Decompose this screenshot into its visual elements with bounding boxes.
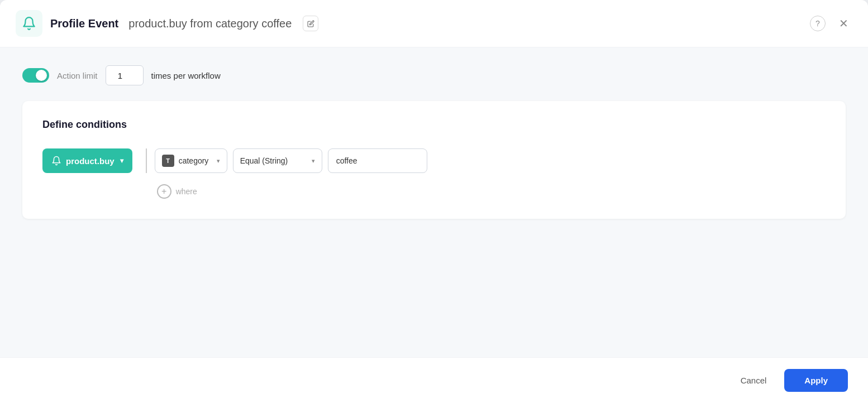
modal-header: Profile Event product.buy from category … — [0, 0, 868, 47]
product-btn-icon — [51, 156, 61, 166]
value-input[interactable] — [328, 148, 427, 173]
condition-fields: T category ▾ Equal (String) ▾ — [155, 148, 427, 173]
close-button[interactable]: ✕ — [834, 15, 852, 32]
header-actions: ? ✕ — [810, 15, 852, 32]
product-btn-arrow: ▾ — [120, 157, 123, 165]
header-icon-wrap — [16, 10, 42, 37]
times-per-workflow-label: times per workflow — [151, 71, 221, 80]
conditions-card: Define conditions product.buy ▾ — [22, 101, 846, 219]
operator-chevron: ▾ — [312, 157, 315, 165]
modal-body: Action limit times per workflow Define c… — [0, 47, 868, 357]
type-icon: T — [162, 155, 174, 167]
tree-connector — [138, 148, 155, 199]
category-label: category — [179, 156, 209, 165]
action-limit-input[interactable] — [106, 65, 144, 85]
toggle-knob — [36, 70, 47, 81]
product-event-button[interactable]: product.buy ▾ — [42, 148, 132, 173]
edit-title-button[interactable] — [303, 16, 318, 31]
action-limit-row: Action limit times per workflow — [22, 65, 846, 85]
category-chevron: ▾ — [217, 157, 220, 165]
help-icon: ? — [815, 19, 820, 28]
conditions-right: T category ▾ Equal (String) ▾ — [155, 148, 427, 199]
modal-container: Profile Event product.buy from category … — [0, 0, 868, 403]
cancel-button[interactable]: Cancel — [731, 370, 777, 391]
operator-label: Equal (String) — [240, 156, 288, 165]
add-where-button[interactable]: + — [157, 184, 171, 199]
operator-dropdown[interactable]: Equal (String) ▾ — [233, 148, 322, 173]
apply-button[interactable]: Apply — [784, 369, 848, 392]
where-label: where — [176, 187, 197, 196]
category-dropdown[interactable]: T category ▾ — [155, 148, 227, 173]
close-icon: ✕ — [839, 17, 848, 30]
conditions-title: Define conditions — [42, 119, 826, 131]
where-row: + where — [157, 184, 427, 199]
condition-row: product.buy ▾ — [42, 148, 826, 199]
modal-title: Profile Event — [50, 17, 118, 30]
modal-subtitle: product.buy from category coffee — [128, 17, 292, 30]
product-btn-label: product.buy — [66, 156, 115, 166]
bell-icon — [22, 16, 36, 31]
action-limit-toggle[interactable] — [22, 68, 49, 83]
action-limit-label: Action limit — [57, 71, 98, 80]
modal-footer: Cancel Apply — [0, 357, 868, 403]
help-button[interactable]: ? — [810, 16, 826, 31]
